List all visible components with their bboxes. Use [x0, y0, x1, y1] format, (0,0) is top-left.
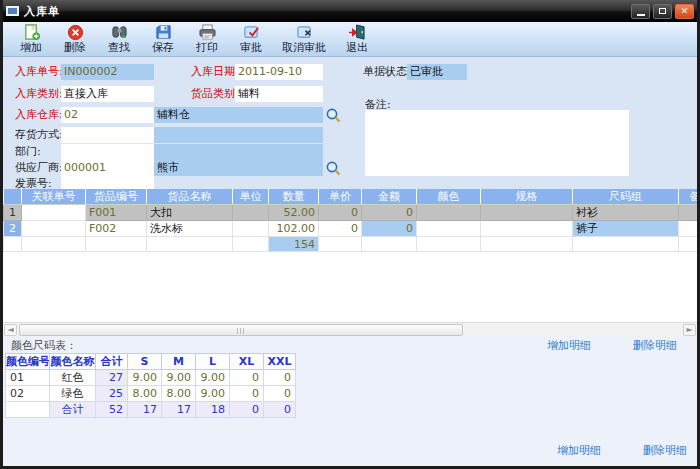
col-remark[interactable]: 备注: [679, 189, 698, 205]
close-button[interactable]: ✕: [675, 4, 694, 19]
qty-total: 154: [269, 237, 319, 252]
cs-col-m: M: [162, 354, 196, 370]
save-button[interactable]: 保存: [141, 24, 185, 56]
window-title: 入库单: [24, 4, 60, 19]
cs-col-s: S: [128, 354, 162, 370]
col-size-group[interactable]: 尺码组: [573, 189, 679, 205]
col-related-no[interactable]: 关联单号: [22, 189, 86, 205]
stock-in-window: 入库单 ✕ 增加 删除 查找 保存 打印 审批: [0, 0, 700, 469]
department-field[interactable]: [61, 144, 154, 160]
add-button[interactable]: 增加: [9, 24, 53, 56]
delete-icon: [66, 24, 85, 41]
bill-date-field[interactable]: 2011-09-10: [235, 64, 323, 80]
warehouse-label: 入库仓库:: [15, 107, 63, 123]
category-label: 入库类别:: [15, 86, 63, 102]
cs-col-total: 合计: [96, 354, 128, 370]
color-size-table: 颜色编号 颜色名称 合计 S M L XL XXL 01 红色 27 9.00 …: [5, 353, 296, 418]
cs-col-color-name: 颜色名称: [50, 354, 96, 370]
col-goods-code[interactable]: 货品编号: [86, 189, 147, 205]
col-goods-name[interactable]: 货品名称: [147, 189, 233, 205]
toolbar: 增加 删除 查找 保存 打印 审批 取消审批 退出: [3, 22, 697, 57]
warehouse-code-field[interactable]: 02: [61, 107, 154, 123]
scroll-right-icon[interactable]: ►: [683, 324, 696, 336]
warehouse-search-icon[interactable]: [325, 107, 342, 123]
cs-row[interactable]: 01 红色 27 9.00 9.00 9.00 0 0: [6, 370, 296, 386]
approve-button[interactable]: 审批: [229, 24, 273, 56]
cs-col-l: L: [196, 354, 230, 370]
print-icon: [198, 24, 217, 41]
goods-category-label: 货品类别:: [191, 86, 239, 102]
table-row[interactable]: 2 F002 洗水标 102.00 0 0 裤子: [4, 221, 698, 237]
titlebar: 入库单 ✕: [0, 0, 700, 22]
bill-date-label: 入库日期:: [191, 64, 239, 80]
col-unit[interactable]: 单位: [233, 189, 269, 205]
department-name-field[interactable]: [154, 144, 323, 160]
save-icon: [154, 24, 173, 41]
exit-button[interactable]: 退出: [335, 24, 379, 56]
status-label: 单据状态:: [363, 64, 411, 80]
supplier-search-icon[interactable]: [325, 160, 342, 176]
find-icon: [110, 24, 129, 41]
form-panel: 入库单号: IN000002 入库日期: 2011-09-10 单据状态: 已审…: [3, 57, 697, 189]
status-field: 已审批: [407, 64, 467, 80]
delete-button[interactable]: 删除: [53, 24, 97, 56]
cs-row[interactable]: 02 绿色 25 8.00 8.00 9.00 0 0: [6, 386, 296, 402]
grid-header-row: 关联单号 货品编号 货品名称 单位 数量 单价 金额 颜色 规格 尺码组 备注: [4, 189, 698, 205]
exit-icon: [348, 24, 367, 41]
window-icon: [6, 6, 19, 16]
minimize-button[interactable]: [631, 4, 650, 19]
add-detail-link-bottom[interactable]: 增加明细: [557, 443, 601, 458]
category-field[interactable]: 直接入库: [61, 86, 154, 102]
add-icon: [22, 24, 41, 41]
print-button[interactable]: 打印: [185, 24, 229, 56]
color-size-table-label: 颜色尺码表：: [11, 339, 77, 352]
storage-label: 存货方式:: [15, 127, 63, 143]
storage-field[interactable]: [61, 127, 154, 143]
color-size-panel: 颜色尺码表： 增加明细 删除明细 颜色编号 颜色名称 合计 S M L XL X…: [3, 336, 697, 466]
warehouse-name-field[interactable]: 辅料仓: [154, 107, 323, 123]
col-spec[interactable]: 规格: [481, 189, 573, 205]
row-number[interactable]: 1: [4, 205, 22, 221]
cs-header-row: 颜色编号 颜色名称 合计 S M L XL XXL: [6, 354, 296, 370]
bill-no-label: 入库单号:: [15, 64, 63, 80]
cancel-approve-button[interactable]: 取消审批: [273, 24, 335, 56]
maximize-button[interactable]: [653, 4, 672, 19]
row-number[interactable]: 2: [4, 221, 22, 237]
table-row[interactable]: 1 F001 大扣 52.00 0 0 衬衫: [4, 205, 698, 221]
detail-grid: 关联单号 货品编号 货品名称 单位 数量 单价 金额 颜色 规格 尺码组 备注 …: [3, 189, 697, 322]
supplier-label: 供应厂商:: [15, 160, 63, 176]
delete-detail-link-bottom[interactable]: 删除明细: [643, 443, 687, 458]
cs-col-color-code: 颜色编号: [6, 354, 50, 370]
delete-detail-link[interactable]: 删除明细: [633, 338, 677, 353]
scrollbar-thumb[interactable]: [19, 324, 463, 336]
col-amount[interactable]: 金额: [362, 189, 417, 205]
goods-category-field[interactable]: 辅料: [235, 86, 323, 102]
cs-col-xl: XL: [230, 354, 264, 370]
cancel-approve-icon: [295, 24, 314, 41]
bill-no-field[interactable]: IN000002: [61, 64, 154, 80]
department-label: 部门:: [15, 144, 41, 160]
cs-col-xxl: XXL: [264, 354, 296, 370]
find-button[interactable]: 查找: [97, 24, 141, 56]
cs-total-row: 合计 52 17 17 18 0 0: [6, 402, 296, 418]
remark-textarea[interactable]: [365, 110, 629, 176]
horizontal-scrollbar[interactable]: ◄ ►: [3, 322, 697, 336]
approve-icon: [242, 24, 261, 41]
col-color[interactable]: 颜色: [417, 189, 481, 205]
col-qty[interactable]: 数量: [269, 189, 319, 205]
supplier-code-field[interactable]: 000001: [61, 160, 154, 176]
supplier-name-field[interactable]: 熊市: [154, 160, 323, 176]
col-price[interactable]: 单价: [319, 189, 362, 205]
grid-total-row: 154: [4, 237, 698, 252]
add-detail-link[interactable]: 增加明细: [547, 338, 591, 353]
storage-name-field[interactable]: [154, 127, 323, 143]
scroll-left-icon[interactable]: ◄: [4, 324, 17, 336]
grid-corner: [4, 189, 22, 205]
